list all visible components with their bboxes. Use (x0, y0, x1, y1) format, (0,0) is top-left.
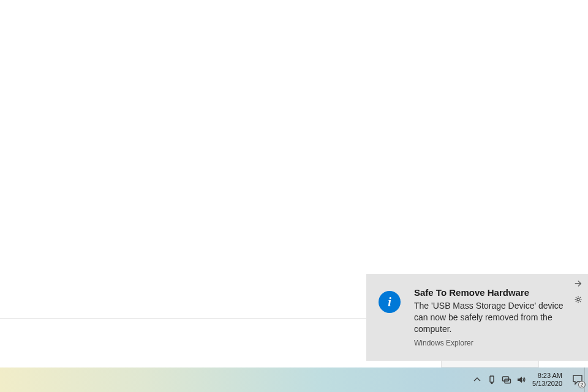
usb-eject-icon[interactable] (484, 368, 499, 392)
notification-source: Windows Explorer (414, 339, 568, 347)
clock-time: 8:23 AM (538, 372, 562, 380)
system-tray: 8:23 AM 5/13/2020 2 (470, 368, 588, 392)
notification-title: Safe To Remove Hardware (414, 287, 568, 298)
svg-rect-1 (490, 376, 494, 382)
settings-icon[interactable] (572, 293, 584, 306)
svg-point-2 (491, 383, 492, 384)
info-icon-glyph: i (388, 296, 391, 308)
notification-message: The 'USB Mass Storage Device' device can… (414, 300, 568, 335)
clock-date: 5/13/2020 (532, 380, 562, 388)
show-desktop-button[interactable] (584, 368, 588, 392)
taskbar: 8:23 AM 5/13/2020 2 (0, 368, 588, 392)
dismiss-icon[interactable] (572, 277, 584, 290)
tray-overflow-chevron-icon[interactable] (470, 368, 484, 392)
volume-icon[interactable] (514, 368, 529, 392)
notification-body: Safe To Remove Hardware The 'USB Mass St… (414, 287, 568, 351)
taskbar-clock[interactable]: 8:23 AM 5/13/2020 (529, 372, 567, 388)
info-icon: i (379, 291, 401, 313)
network-icon[interactable] (499, 368, 514, 392)
notification-toast[interactable]: i Safe To Remove Hardware The 'USB Mass … (366, 274, 588, 361)
svg-point-0 (577, 298, 579, 301)
